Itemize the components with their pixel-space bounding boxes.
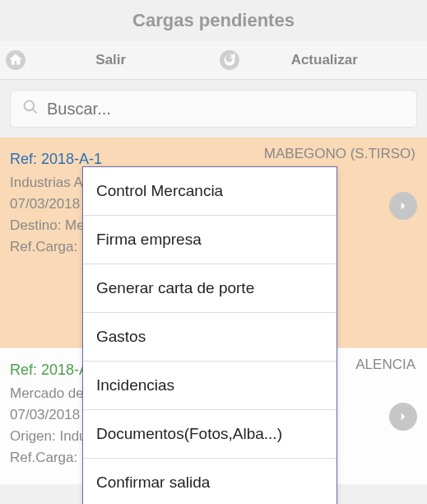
refresh-button[interactable]: Actualizar xyxy=(214,41,428,79)
menu-item-incidencias[interactable]: Incidencias xyxy=(83,362,336,410)
card-company: ALENCIA xyxy=(355,357,415,373)
chevron-right-icon[interactable] xyxy=(389,192,417,220)
refresh-label: Actualizar xyxy=(225,52,425,68)
menu-item-firma-empresa[interactable]: Firma empresa xyxy=(83,216,336,264)
page-title: Cargas pendientes xyxy=(0,0,427,41)
exit-label: Salir xyxy=(12,52,211,68)
context-menu: Control Mercancia Firma empresa Generar … xyxy=(82,166,337,504)
menu-item-generar-carta[interactable]: Generar carta de porte xyxy=(83,264,336,313)
menu-item-control-mercancia[interactable]: Control Mercancia xyxy=(83,167,336,216)
card-company: MABEGONO (S.TIRSO) xyxy=(264,146,415,162)
search-icon xyxy=(22,99,39,119)
menu-item-confirmar-salida[interactable]: Confirmar salida xyxy=(83,459,336,504)
toolbar: Salir Actualizar xyxy=(0,41,427,80)
menu-item-gastos[interactable]: Gastos xyxy=(83,313,336,362)
search-box[interactable] xyxy=(10,90,417,128)
menu-item-documentos[interactable]: Documentos(Fotos,Alba...) xyxy=(83,410,336,459)
search-input[interactable] xyxy=(47,100,405,119)
chevron-right-icon[interactable] xyxy=(389,403,417,431)
search-container xyxy=(0,80,427,138)
exit-button[interactable]: Salir xyxy=(0,41,214,79)
